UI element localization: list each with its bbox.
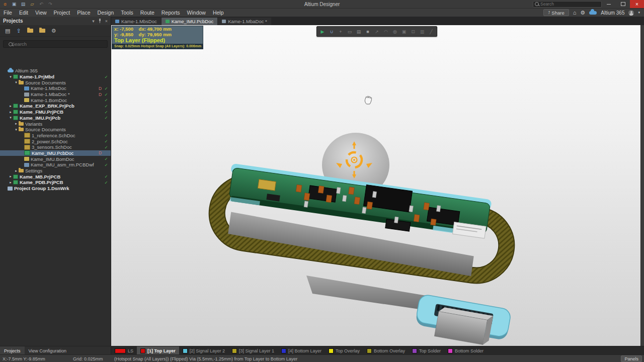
save-icon[interactable]: ▣ bbox=[11, 2, 17, 7]
tree-item-variants[interactable]: ▸Variants bbox=[0, 121, 111, 127]
open-folder-icon[interactable]: ▱ bbox=[29, 2, 35, 7]
tree-item-kame-imu-asm-rm-pcbdwf[interactable]: Kame_IMU_asm_rm.PCBDwf✓ bbox=[0, 162, 111, 168]
tree-item-kame-exp-brk-prjpcb[interactable]: ▸Kame_EXP_BRK.PrjPcb✓ bbox=[0, 103, 111, 109]
tree-item-kame-1-mbsdoc[interactable]: Kame-1.MbsDocD✓ bbox=[0, 85, 111, 92]
close-button[interactable]: × bbox=[630, 0, 644, 8]
menu-reports[interactable]: Reports bbox=[158, 9, 184, 16]
expand-arrow-icon[interactable]: ▸ bbox=[8, 110, 13, 114]
menu-window[interactable]: Window bbox=[184, 9, 209, 16]
menu-view[interactable]: View bbox=[32, 9, 50, 16]
layer-tab-4-bottom-layer[interactable]: [4] Bottom Layer bbox=[278, 346, 325, 355]
save-to-server-icon[interactable]: ⇪ bbox=[16, 28, 21, 34]
bomdoc-icon bbox=[24, 157, 29, 161]
tree-item-1-reference-schdoc[interactable]: 1_reference.SchDoc✓ bbox=[0, 133, 111, 139]
expand-arrow-icon[interactable]: ▸ bbox=[14, 122, 19, 126]
select-filter-icon[interactable]: ▶ bbox=[318, 28, 327, 35]
expand-arrow-icon[interactable]: ▾ bbox=[8, 116, 13, 120]
layer-tab-bottom-solder[interactable]: Bottom Solder bbox=[444, 346, 487, 355]
list-view-icon[interactable]: ▤ bbox=[5, 28, 10, 34]
minimize-button[interactable] bbox=[602, 0, 616, 8]
tree-item-kame-imu-pcbdoc[interactable]: Kame_IMU.PcbDocD bbox=[0, 150, 111, 156]
menu-place[interactable]: Place bbox=[73, 9, 94, 16]
panels-button[interactable]: Panels bbox=[621, 355, 642, 362]
menu-tools[interactable]: Tools bbox=[117, 9, 137, 16]
panel-tab-projects[interactable]: Projects bbox=[0, 346, 25, 355]
tree-item-kame-mb-prjpcb[interactable]: ▸Kame_MB.PrjPCB✓ bbox=[0, 173, 111, 179]
global-search-input[interactable] bbox=[533, 1, 602, 8]
altium-logo[interactable]: ɑ bbox=[2, 2, 8, 7]
menu-project[interactable]: Project bbox=[50, 9, 74, 16]
account-dropdown-icon[interactable]: ▾ bbox=[638, 10, 640, 16]
layer-tab-3-signal-layer-1[interactable]: [3] Signal Layer 1 bbox=[228, 346, 278, 355]
tree-item-kame-1-mbadoc[interactable]: Kame-1.MbaDoc *D✓ bbox=[0, 92, 111, 98]
menu-file[interactable]: File bbox=[0, 9, 16, 16]
expand-arrow-icon[interactable]: ▾ bbox=[14, 128, 19, 132]
frame-icon[interactable]: ⊡ bbox=[409, 28, 418, 35]
undo-icon[interactable]: ↶ bbox=[38, 2, 44, 7]
move-icon[interactable]: + bbox=[336, 28, 345, 35]
tree-item-kame-1-bomdoc[interactable]: Kame-1.BomDoc✓ bbox=[0, 97, 111, 103]
layer-tab-bottom-overlay[interactable]: Bottom Overlay bbox=[363, 346, 409, 355]
tree-item-project-group-1-dsnwrk[interactable]: Project Group 1.DsnWrk bbox=[0, 186, 111, 192]
tree-item-altium-365[interactable]: Altium 365 bbox=[0, 68, 111, 74]
projects-search-input[interactable] bbox=[3, 40, 108, 48]
expand-arrow-icon[interactable]: ▾ bbox=[14, 80, 19, 84]
layer-tab-top-solder[interactable]: Top Solder bbox=[409, 346, 444, 355]
menu-route[interactable]: Route bbox=[137, 9, 158, 16]
add-folder-icon[interactable] bbox=[39, 29, 45, 33]
tree-item-kame-imu-bomdoc[interactable]: Kame_IMU.BomDoc✓ bbox=[0, 156, 111, 162]
snap-guide-icon[interactable]: ∪ bbox=[327, 28, 336, 35]
copy-icon[interactable]: ▤ bbox=[20, 2, 26, 7]
fill-icon[interactable]: ■ bbox=[363, 28, 372, 35]
panel-pin-icon[interactable] bbox=[98, 19, 102, 23]
expand-arrow-icon[interactable]: ▸ bbox=[14, 169, 19, 173]
doc-tab-kame-1-mbadoc[interactable]: Kame-1.MbaDoc * bbox=[218, 18, 271, 25]
pcb-3d-viewport[interactable]: x: -7,500 dx: 49,700 mm y: -9,850 dy: 79… bbox=[111, 25, 644, 346]
user-avatar[interactable] bbox=[628, 10, 634, 16]
redo-icon[interactable]: ↷ bbox=[47, 2, 53, 7]
doc-tab-kame-1-mbsdoc[interactable]: Kame-1.MbsDoc bbox=[111, 18, 161, 25]
component-icon[interactable]: ▤ bbox=[354, 28, 363, 35]
area-select-icon[interactable]: ▭ bbox=[345, 28, 354, 35]
doc-tab-label: Kame-1.MbsDoc bbox=[121, 19, 157, 24]
arc-icon[interactable]: ◠ bbox=[381, 28, 390, 35]
tree-item-source-documents[interactable]: ▾Source Documents bbox=[0, 127, 111, 133]
expand-arrow-icon[interactable]: ▾ bbox=[8, 75, 13, 79]
tree-item-kame-fmu-prjpcb[interactable]: ▸Kame_FMU.PrjPCB✓ bbox=[0, 109, 111, 115]
layer-tab-2-signal-layer-2[interactable]: [2] Signal Layer 2 bbox=[179, 346, 228, 355]
open-project-icon[interactable] bbox=[27, 29, 33, 33]
share-button[interactable]: ⤴ Share bbox=[543, 9, 569, 16]
layer-color-swatch bbox=[232, 348, 237, 353]
menu-edit[interactable]: Edit bbox=[16, 9, 32, 16]
tree-item-3-sensors-schdoc[interactable]: 3_sensors.SchDoc✓ bbox=[0, 144, 111, 150]
panel-dropdown-icon[interactable]: ▾ bbox=[92, 19, 95, 24]
expand-arrow-icon[interactable]: ▸ bbox=[8, 174, 13, 178]
line-icon[interactable]: ╱ bbox=[427, 28, 436, 35]
route-icon[interactable]: ↗ bbox=[372, 28, 381, 35]
doc-tab-kame-imu-pcbdoc[interactable]: Kame_IMU.PcbDoc bbox=[162, 18, 217, 25]
account-label[interactable]: Altium 365 bbox=[601, 10, 624, 16]
settings-gear-icon[interactable]: ⚙ bbox=[580, 10, 585, 16]
schdoc-icon bbox=[24, 139, 30, 144]
menu-help[interactable]: Help bbox=[209, 9, 227, 16]
panel-tab-view-configuration[interactable]: View Configuration bbox=[25, 346, 70, 355]
home-icon[interactable]: ⌂ bbox=[573, 10, 577, 16]
panel-close-icon[interactable]: × bbox=[105, 19, 108, 24]
settings-icon[interactable]: ⚙ bbox=[51, 28, 56, 34]
tree-item-source-documents[interactable]: ▾Source Documents bbox=[0, 79, 111, 85]
maximize-button[interactable] bbox=[616, 0, 630, 8]
layer-tab-top-overlay[interactable]: Top Overlay bbox=[325, 346, 363, 355]
tree-item-kame-1-prjmbd[interactable]: ▾Kame-1.PrjMbd✓ bbox=[0, 74, 111, 80]
ruler-icon[interactable]: ▥ bbox=[418, 28, 427, 35]
tree-item-kame-pdb-prjpcb[interactable]: ▸Kame_PDB.PrjPCB✓ bbox=[0, 179, 111, 186]
tree-item-2-power-schdoc[interactable]: 2_power.SchDoc✓ bbox=[0, 138, 111, 144]
pad-icon[interactable]: ▣ bbox=[399, 28, 409, 35]
expand-arrow-icon[interactable]: ▸ bbox=[8, 180, 13, 185]
menu-design[interactable]: Design bbox=[94, 9, 118, 16]
tree-item-kame-imu-prjpcb[interactable]: ▾Kame_IMU.PrjPcb✓ bbox=[0, 115, 111, 121]
expand-arrow-icon[interactable]: ▸ bbox=[8, 104, 13, 108]
via-icon[interactable]: ◎ bbox=[390, 28, 399, 35]
tree-item-settings[interactable]: ▸Settings bbox=[0, 168, 111, 174]
layer-tab-1-top-layer[interactable]: [1] Top Layer bbox=[137, 346, 179, 355]
layer-tab-ls[interactable]: LS bbox=[111, 346, 137, 355]
